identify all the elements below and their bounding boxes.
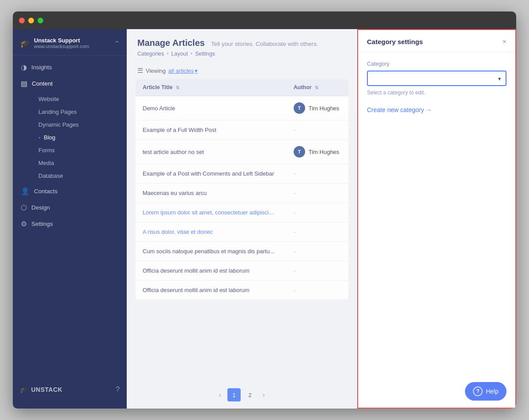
sort-icon-title[interactable]: ⇅ bbox=[176, 85, 179, 90]
author-cell: - bbox=[287, 203, 348, 222]
pagination-prev[interactable]: ‹ bbox=[215, 390, 225, 400]
pagination-next[interactable]: › bbox=[259, 390, 268, 400]
sidebar-sub-menu: Website Landing Pages Dynamic Pages Blog… bbox=[13, 92, 127, 183]
pagination-page-1[interactable]: 1 bbox=[227, 388, 241, 401]
table-row: Demo ArticleTTim Hughes bbox=[136, 96, 348, 120]
sort-icon-author[interactable]: ⇅ bbox=[315, 85, 318, 90]
select-wrapper bbox=[367, 71, 506, 86]
table-row: Example of a Full Width Post- bbox=[136, 120, 348, 140]
sidebar-item-blog[interactable]: Blog bbox=[33, 131, 127, 144]
sidebar-item-insights[interactable]: ◑ Insights bbox=[13, 59, 127, 75]
titlebar bbox=[13, 11, 516, 29]
sidebar-item-design[interactable]: ⬡ Design bbox=[13, 199, 127, 216]
author-cell: - bbox=[287, 281, 348, 300]
table-row: test article author no setTTim Hughes bbox=[136, 140, 348, 164]
sidebar-item-database[interactable]: Database bbox=[33, 169, 127, 182]
page-subtitle: Tell your stories. Collaborate with othe… bbox=[211, 41, 318, 47]
table-body: Demo ArticleTTim HughesExample of a Full… bbox=[136, 96, 348, 300]
category-panel: Category settings × Category Select a ca… bbox=[357, 29, 516, 409]
table-row: Lorem ipsum dolor sit amet, consectetuer… bbox=[136, 203, 348, 222]
sidebar-item-settings[interactable]: ⚙ Settings bbox=[13, 216, 127, 232]
article-title-cell: Maecenas eu varius arcu bbox=[136, 184, 287, 203]
author-cell: - bbox=[287, 164, 348, 184]
sidebar-item-label: Settings bbox=[31, 221, 53, 227]
article-title-cell: Example of a Full Width Post bbox=[136, 120, 287, 140]
content-icon: ▤ bbox=[21, 79, 27, 88]
sidebar-item-media[interactable]: Media bbox=[33, 157, 127, 169]
author-cell: - bbox=[287, 222, 348, 242]
author-avatar: T bbox=[294, 146, 305, 158]
viewing-label: Viewing bbox=[146, 68, 166, 74]
author-cell: TTim Hughes bbox=[287, 96, 348, 120]
panel-footer: ? Help bbox=[358, 375, 515, 408]
author-name: Tim Hughes bbox=[309, 105, 340, 112]
main-header: Manage Articles Tell your stories. Colla… bbox=[127, 29, 357, 63]
article-title-cell: Officia deserunt mollit anim id est labo… bbox=[136, 261, 287, 281]
sidebar: 🎓 Unstack Support www.unstacksupport.com… bbox=[13, 29, 127, 409]
breadcrumb-settings[interactable]: Settings bbox=[195, 51, 215, 57]
table-row: Example of a Post with Comments and Left… bbox=[136, 164, 348, 184]
article-title-cell: Lorem ipsum dolor sit amet, consectetuer… bbox=[136, 203, 287, 222]
author-name: Tim Hughes bbox=[309, 149, 340, 155]
main-layout: 🎓 Unstack Support www.unstacksupport.com… bbox=[13, 29, 516, 409]
pagination: ‹ 1 2 › bbox=[127, 381, 357, 409]
select-hint: Select a category to edit. bbox=[367, 90, 506, 96]
traffic-lights bbox=[19, 18, 43, 23]
viewing-icon: ☰ bbox=[137, 67, 143, 75]
category-select[interactable] bbox=[367, 71, 506, 86]
panel-body: Category Select a category to edit. Crea… bbox=[358, 52, 515, 375]
author-cell: - bbox=[287, 120, 348, 140]
close-button[interactable] bbox=[19, 18, 25, 23]
brand-name: Unstack Support bbox=[34, 37, 89, 44]
table-row: Officia deserunt mollit anim id est labo… bbox=[136, 281, 348, 300]
sidebar-nav: ◑ Insights ▤ Content Website Landing Pag… bbox=[13, 56, 127, 236]
panel-close-button[interactable]: × bbox=[503, 38, 506, 45]
article-title-cell: Officia deserunt mollit anim id est labo… bbox=[136, 281, 287, 300]
viewing-link[interactable]: all articles ▾ bbox=[168, 68, 198, 74]
col-author: Author ⇅ bbox=[287, 79, 348, 96]
app-window: 🎓 Unstack Support www.unstacksupport.com… bbox=[13, 11, 516, 409]
sidebar-item-contacts[interactable]: 👤 Contacts bbox=[13, 183, 127, 199]
table-row: Cum sociis natoque penatibus et magnis d… bbox=[136, 242, 348, 261]
page-title-row: Manage Articles Tell your stories. Colla… bbox=[137, 38, 347, 48]
articles-table: Article Title ⇅ Author ⇅ Demo ArticleTTi… bbox=[136, 79, 348, 300]
help-circle-icon: ? bbox=[473, 386, 483, 396]
sidebar-item-content[interactable]: ▤ Content bbox=[13, 75, 127, 92]
table-row: Officia deserunt mollit anim id est labo… bbox=[136, 261, 348, 281]
sidebar-brand[interactable]: 🎓 Unstack Support www.unstacksupport.com… bbox=[13, 29, 127, 56]
footer-brand: 🎓 UNSTACK bbox=[20, 386, 62, 393]
article-title-link[interactable]: Lorem ipsum dolor sit amet, consectetuer… bbox=[143, 209, 273, 216]
footer-brand-label: UNSTACK bbox=[31, 386, 63, 393]
pagination-page-2[interactable]: 2 bbox=[243, 388, 257, 401]
help-button[interactable]: ? Help bbox=[465, 382, 506, 401]
minimize-button[interactable] bbox=[28, 18, 34, 23]
insights-icon: ◑ bbox=[21, 63, 27, 71]
panel-header: Category settings × bbox=[358, 30, 515, 52]
breadcrumb-layout[interactable]: Layout bbox=[171, 51, 188, 57]
settings-icon: ⚙ bbox=[21, 220, 27, 228]
breadcrumb-categories[interactable]: Categories bbox=[137, 51, 164, 57]
breadcrumb-sep2: • bbox=[190, 51, 192, 57]
sidebar-item-website[interactable]: Website bbox=[33, 93, 127, 105]
author-cell: - bbox=[287, 184, 348, 203]
brand-text: Unstack Support www.unstacksupport.com bbox=[34, 37, 89, 49]
sidebar-item-label: Contacts bbox=[34, 188, 57, 195]
sidebar-item-label: Insights bbox=[31, 64, 52, 71]
sidebar-item-label: Content bbox=[32, 80, 53, 87]
article-title-cell: A risus dolor, vitae et donec bbox=[136, 222, 287, 242]
category-field-label: Category bbox=[367, 61, 506, 67]
table-row: A risus dolor, vitae et donec- bbox=[136, 222, 348, 242]
author-avatar: T bbox=[294, 102, 305, 114]
help-button-label: Help bbox=[486, 388, 499, 395]
article-title-link[interactable]: A risus dolor, vitae et donec bbox=[143, 229, 213, 235]
content-area: Manage Articles Tell your stories. Colla… bbox=[127, 29, 516, 409]
author-cell: - bbox=[287, 242, 348, 261]
sidebar-item-dynamic-pages[interactable]: Dynamic Pages bbox=[33, 118, 127, 131]
maximize-button[interactable] bbox=[38, 18, 43, 23]
brand-url: www.unstacksupport.com bbox=[34, 44, 89, 49]
sidebar-item-forms[interactable]: Forms bbox=[33, 144, 127, 157]
footer-help-icon[interactable]: ? bbox=[116, 386, 120, 394]
brand-icon: 🎓 bbox=[20, 38, 30, 48]
create-category-link[interactable]: Create new category → bbox=[367, 106, 432, 113]
sidebar-item-landing-pages[interactable]: Landing Pages bbox=[33, 105, 127, 118]
